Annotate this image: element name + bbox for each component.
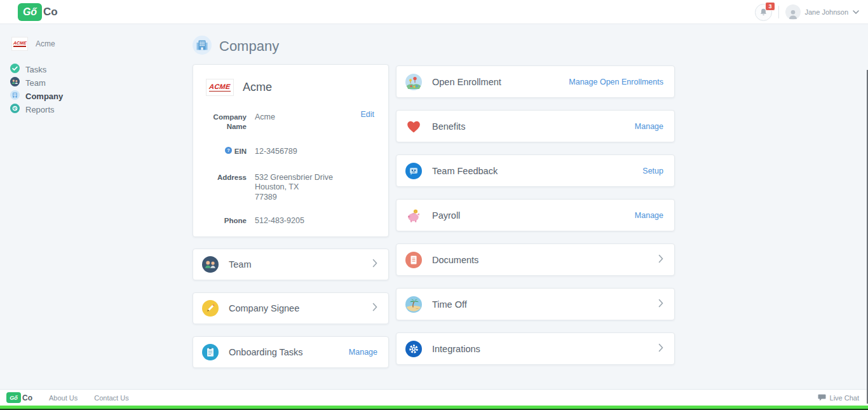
chevron-right-icon [372,259,377,270]
chevron-right-icon [658,343,663,355]
signee-pencil-icon [202,300,219,317]
notifications-button[interactable]: 3 [755,4,772,21]
team-card[interactable]: Team [193,249,389,280]
time-off-beach-icon [405,296,422,313]
tasks-icon [10,64,20,76]
chevron-right-icon [658,299,663,310]
sidebar-item-company[interactable]: Company [10,90,63,103]
goco-logo-go-text: Gő [23,6,37,18]
acme-logo-icon: ACME [11,37,28,51]
user-name: Jane Johnson [805,8,849,16]
sidebar-item-label: Reports [25,105,55,114]
team-feedback-icon [405,163,422,179]
company-name-heading: Acme [243,81,272,94]
setup-team-feedback-link[interactable]: Setup [642,167,663,175]
chat-bubble-icon [818,394,826,401]
documents-card[interactable]: Documents [396,243,675,276]
field-address: Address 532 Greensbrier Drive Houston, T… [206,173,376,203]
integrations-card[interactable]: Integrations [396,332,675,365]
field-value: Acme [255,113,275,132]
goco-logo-icon: Gő [6,392,21,403]
chevron-right-icon [372,303,377,314]
time-off-card[interactable]: Time Off [396,288,675,320]
payroll-card: Payroll Manage [396,199,675,231]
field-company-name: Company Name Acme [206,113,376,132]
app-screen: Gő Co 3 Jane Johnson ACME [0,0,868,410]
heart-icon [405,118,422,135]
question-icon[interactable]: ? [225,147,232,156]
live-chat-label: Live Chat [830,394,859,402]
acme-logo-text: ACME [209,83,231,90]
card-label: Team [229,259,251,270]
company-signee-card[interactable]: Company Signee [193,292,389,324]
right-column: Open Enrollment Manage Open Enrollments … [396,65,675,377]
payroll-piggy-bank-icon [405,207,422,224]
sidebar-item-reports[interactable]: Reports [10,103,63,116]
card-label: Team Feedback [432,166,498,176]
page-title: Company [219,38,279,55]
card-label: Company Signee [229,303,299,313]
sidebar-nav: Tasks Team Company Reports [10,63,63,116]
reports-icon [10,104,20,116]
sidebar-item-team[interactable]: Team [10,76,63,90]
company-page-icon [193,36,212,57]
contact-us-link[interactable]: Contact Us [94,394,128,402]
field-label: Company Name [206,113,247,132]
open-enrollment-card: Open Enrollment Manage Open Enrollments [396,65,675,98]
team-icon [202,256,219,273]
manage-onboarding-link[interactable]: Manage [349,348,377,357]
documents-icon [405,252,422,268]
sidebar-company-name: Acme [36,39,55,48]
topbar-right-cluster: 3 Jane Johnson [755,0,860,24]
goco-logo-icon: Gő [18,3,42,21]
acme-logo-text: ACME [13,41,26,45]
live-chat-button[interactable]: Live Chat [818,394,859,402]
field-ein: ? EIN 12-3456789 [206,147,376,157]
left-column: ACME Acme Edit Company Name Acme ? EIN 1… [193,64,389,380]
onboarding-tasks-card: Onboarding Tasks Manage [193,336,389,368]
team-feedback-card: Team Feedback Setup [396,154,675,187]
page-header: Company [193,36,279,57]
sidebar-item-label: Team [25,78,46,88]
sidebar-item-label: Company [25,92,63,101]
field-label: Address [206,173,247,203]
integrations-gear-icon [405,341,422,357]
manage-payroll-link[interactable]: Manage [635,211,663,220]
chevron-right-icon [658,254,663,266]
footer: Gő Co About Us Contact Us Live Chat [0,389,868,406]
about-us-link[interactable]: About Us [49,394,78,402]
top-navbar: Gő Co 3 Jane Johnson [0,0,868,24]
acme-logo-icon: ACME [206,79,234,96]
goco-logo[interactable]: Gő Co [18,3,58,21]
notification-badge: 3 [765,2,775,11]
team-icon [10,77,20,89]
company-icon [10,90,20,102]
company-switcher[interactable]: ACME Acme [11,37,55,51]
company-info-card: ACME Acme Edit Company Name Acme ? EIN 1… [193,64,389,237]
card-label: Payroll [432,210,460,221]
footer-links: About Us Contact Us [49,394,129,402]
card-label: Time Off [432,299,467,310]
goco-logo-co-text: Co [43,6,58,18]
edit-link[interactable]: Edit [360,110,374,119]
card-label: Onboarding Tasks [229,347,303,357]
field-phone: Phone 512-483-9205 [206,216,376,226]
field-value: 532 Greensbrier Drive Houston, TX 77389 [255,173,333,203]
field-value: 12-3456789 [255,147,297,157]
svg-text:?: ? [227,147,230,153]
company-info-header: ACME Acme [206,79,376,96]
field-value: 512-483-9205 [255,216,304,226]
sidebar-item-label: Tasks [25,65,46,74]
footer-goco-logo[interactable]: Gő Co [6,392,32,403]
field-label: EIN [234,147,247,156]
acme-logo-underline [13,46,25,47]
sidebar-item-tasks[interactable]: Tasks [10,63,63,76]
manage-open-enrollments-link[interactable]: Manage Open Enrollments [569,78,663,86]
user-menu[interactable]: Jane Johnson [785,4,860,20]
manage-benefits-link[interactable]: Manage [635,122,663,131]
open-enrollment-icon [405,74,422,90]
card-label: Benefits [432,121,465,132]
card-label: Integrations [432,344,480,354]
chevron-down-icon [853,10,859,14]
card-label: Open Enrollment [432,77,501,87]
